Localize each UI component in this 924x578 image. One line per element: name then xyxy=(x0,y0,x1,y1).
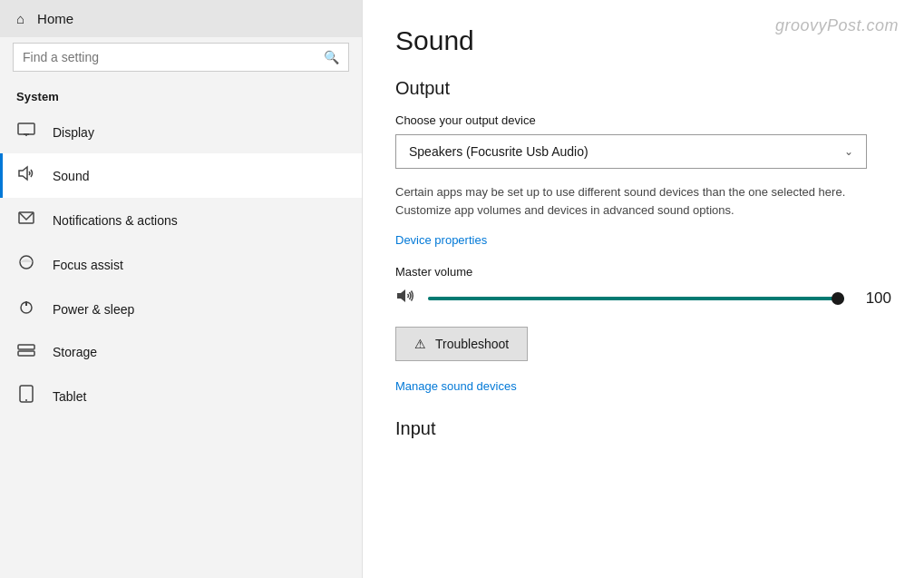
power-icon xyxy=(16,299,36,319)
output-device-label: Choose your output device xyxy=(395,113,891,127)
volume-icon xyxy=(395,288,415,309)
power-label: Power & sleep xyxy=(53,302,134,317)
main-content: groovyPost.com Sound Output Choose your … xyxy=(363,0,924,578)
sidebar-item-tablet[interactable]: Tablet xyxy=(0,373,362,419)
sidebar-item-notifications[interactable]: Notifications & actions xyxy=(0,198,362,242)
focus-icon xyxy=(16,254,36,275)
storage-icon xyxy=(16,343,36,361)
volume-row: 100 xyxy=(395,288,891,309)
home-icon xyxy=(16,11,24,26)
volume-slider[interactable] xyxy=(428,297,844,300)
svg-marker-12 xyxy=(397,289,405,302)
sound-label: Sound xyxy=(53,169,89,183)
volume-value: 100 xyxy=(857,289,891,308)
manage-sound-devices-link[interactable]: Manage sound devices xyxy=(395,379,517,393)
master-volume-label: Master volume xyxy=(395,265,891,279)
sidebar: Home 🔍 System Display Sound Notification… xyxy=(0,0,363,578)
display-label: Display xyxy=(53,125,94,140)
input-section-title: Input xyxy=(395,418,891,439)
system-section-label: System xyxy=(0,84,362,111)
selected-device-text: Speakers (Focusrite Usb Audio) xyxy=(409,144,588,159)
display-icon xyxy=(16,122,36,142)
output-description: Certain apps may be set up to use differ… xyxy=(395,183,891,219)
sidebar-item-sound[interactable]: Sound xyxy=(0,153,362,198)
output-device-select[interactable]: Speakers (Focusrite Usb Audio) ⌄ xyxy=(395,134,867,169)
notifications-icon xyxy=(16,210,36,230)
search-icon: 🔍 xyxy=(324,50,339,64)
svg-rect-0 xyxy=(18,123,34,134)
svg-marker-3 xyxy=(19,167,27,180)
storage-label: Storage xyxy=(53,345,97,359)
sound-icon xyxy=(16,165,36,186)
svg-point-11 xyxy=(25,399,27,401)
device-properties-link[interactable]: Device properties xyxy=(395,233,487,247)
troubleshoot-label: Troubleshoot xyxy=(435,337,509,351)
tablet-label: Tablet xyxy=(53,389,86,404)
sidebar-item-focus[interactable]: Focus assist xyxy=(0,242,362,287)
sidebar-item-power[interactable]: Power & sleep xyxy=(0,287,362,331)
svg-rect-9 xyxy=(18,351,34,356)
search-input[interactable] xyxy=(23,50,316,64)
notifications-label: Notifications & actions xyxy=(53,213,178,228)
home-label: Home xyxy=(37,11,73,26)
watermark: groovyPost.com xyxy=(775,16,899,35)
svg-rect-8 xyxy=(18,345,34,349)
sidebar-item-home[interactable]: Home xyxy=(0,0,362,37)
troubleshoot-button[interactable]: ⚠ Troubleshoot xyxy=(395,327,528,361)
slider-thumb xyxy=(832,292,844,305)
search-box[interactable]: 🔍 xyxy=(13,43,349,72)
sidebar-item-storage[interactable]: Storage xyxy=(0,331,362,373)
slider-fill xyxy=(428,297,844,300)
chevron-down-icon: ⌄ xyxy=(844,145,853,158)
sidebar-item-display[interactable]: Display xyxy=(0,111,362,153)
focus-label: Focus assist xyxy=(53,258,123,272)
warning-icon: ⚠ xyxy=(414,337,426,351)
tablet-icon xyxy=(16,385,36,407)
output-section-title: Output xyxy=(395,78,891,99)
